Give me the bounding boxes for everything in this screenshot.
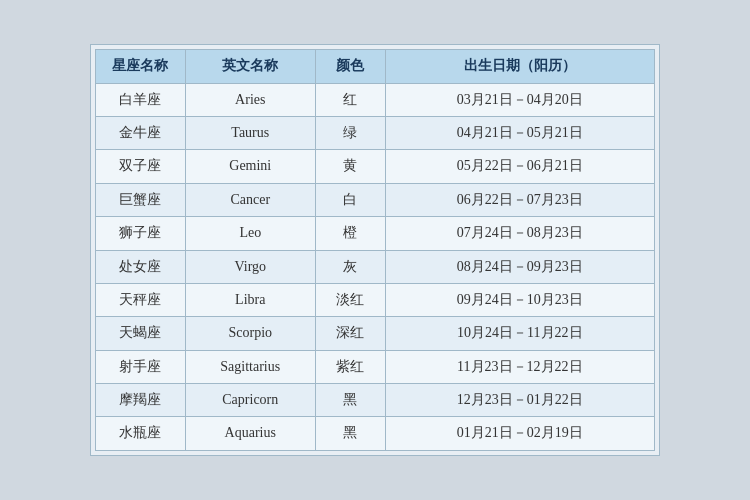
- cell-date: 07月24日－08月23日: [385, 217, 654, 250]
- cell-date: 06月22日－07月23日: [385, 183, 654, 216]
- cell-en: Aquarius: [185, 417, 315, 450]
- cell-color: 黄: [315, 150, 385, 183]
- cell-cn: 水瓶座: [96, 417, 186, 450]
- cell-date: 01月21日－02月19日: [385, 417, 654, 450]
- cell-en: Aries: [185, 83, 315, 116]
- table-row: 射手座Sagittarius紫红11月23日－12月22日: [96, 350, 655, 383]
- cell-date: 05月22日－06月21日: [385, 150, 654, 183]
- zodiac-table-container: 星座名称 英文名称 颜色 出生日期（阳历） 白羊座Aries红03月21日－04…: [90, 44, 660, 456]
- cell-cn: 处女座: [96, 250, 186, 283]
- table-row: 金牛座Taurus绿04月21日－05月21日: [96, 116, 655, 149]
- zodiac-table: 星座名称 英文名称 颜色 出生日期（阳历） 白羊座Aries红03月21日－04…: [95, 49, 655, 451]
- cell-cn: 天蝎座: [96, 317, 186, 350]
- cell-cn: 摩羯座: [96, 384, 186, 417]
- cell-color: 橙: [315, 217, 385, 250]
- table-row: 白羊座Aries红03月21日－04月20日: [96, 83, 655, 116]
- cell-date: 10月24日－11月22日: [385, 317, 654, 350]
- cell-en: Scorpio: [185, 317, 315, 350]
- table-row: 水瓶座Aquarius黑01月21日－02月19日: [96, 417, 655, 450]
- cell-color: 白: [315, 183, 385, 216]
- table-row: 狮子座Leo橙07月24日－08月23日: [96, 217, 655, 250]
- cell-color: 黑: [315, 417, 385, 450]
- table-row: 处女座Virgo灰08月24日－09月23日: [96, 250, 655, 283]
- cell-color: 深红: [315, 317, 385, 350]
- table-row: 天蝎座Scorpio深红10月24日－11月22日: [96, 317, 655, 350]
- cell-date: 11月23日－12月22日: [385, 350, 654, 383]
- header-color: 颜色: [315, 50, 385, 83]
- cell-color: 灰: [315, 250, 385, 283]
- cell-en: Capricorn: [185, 384, 315, 417]
- cell-en: Taurus: [185, 116, 315, 149]
- cell-cn: 射手座: [96, 350, 186, 383]
- cell-cn: 金牛座: [96, 116, 186, 149]
- cell-cn: 白羊座: [96, 83, 186, 116]
- cell-date: 04月21日－05月21日: [385, 116, 654, 149]
- table-row: 巨蟹座Cancer白06月22日－07月23日: [96, 183, 655, 216]
- cell-cn: 巨蟹座: [96, 183, 186, 216]
- cell-date: 03月21日－04月20日: [385, 83, 654, 116]
- cell-cn: 双子座: [96, 150, 186, 183]
- header-date: 出生日期（阳历）: [385, 50, 654, 83]
- cell-color: 红: [315, 83, 385, 116]
- cell-date: 08月24日－09月23日: [385, 250, 654, 283]
- cell-color: 绿: [315, 116, 385, 149]
- table-row: 天秤座Libra淡红09月24日－10月23日: [96, 283, 655, 316]
- cell-en: Libra: [185, 283, 315, 316]
- header-cn: 星座名称: [96, 50, 186, 83]
- cell-en: Virgo: [185, 250, 315, 283]
- cell-date: 09月24日－10月23日: [385, 283, 654, 316]
- cell-color: 黑: [315, 384, 385, 417]
- cell-en: Sagittarius: [185, 350, 315, 383]
- header-en: 英文名称: [185, 50, 315, 83]
- cell-cn: 天秤座: [96, 283, 186, 316]
- cell-en: Gemini: [185, 150, 315, 183]
- cell-color: 淡红: [315, 283, 385, 316]
- table-row: 摩羯座Capricorn黑12月23日－01月22日: [96, 384, 655, 417]
- cell-cn: 狮子座: [96, 217, 186, 250]
- cell-date: 12月23日－01月22日: [385, 384, 654, 417]
- table-header-row: 星座名称 英文名称 颜色 出生日期（阳历）: [96, 50, 655, 83]
- table-row: 双子座Gemini黄05月22日－06月21日: [96, 150, 655, 183]
- cell-en: Leo: [185, 217, 315, 250]
- cell-color: 紫红: [315, 350, 385, 383]
- cell-en: Cancer: [185, 183, 315, 216]
